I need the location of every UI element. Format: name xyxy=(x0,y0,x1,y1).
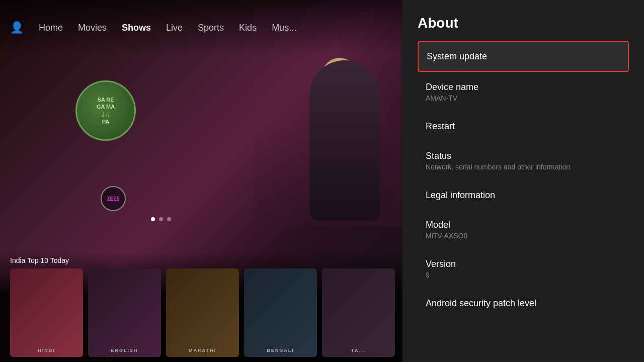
content-row: India Top 10 Today HINDI ENGLISH MARATHI… xyxy=(0,251,405,362)
menu-item-status[interactable]: Status Network, serial numbers and other… xyxy=(418,142,629,180)
zee5-label: ZEE5 xyxy=(107,196,119,202)
zee5-badge: ZEE5 xyxy=(101,186,126,211)
system-update-label: System update xyxy=(427,51,620,62)
menu-item-system-update[interactable]: System update xyxy=(418,41,629,72)
panel-title: About xyxy=(418,15,629,31)
logo-note-icon: ♩♫ xyxy=(101,110,110,118)
version-label: Version xyxy=(426,259,621,269)
thumb-bengali-label: BENGALI xyxy=(267,348,294,357)
menu-item-legal[interactable]: Legal information xyxy=(418,181,629,210)
thumb-hindi[interactable]: HINDI xyxy=(10,268,83,357)
menu-item-android-security[interactable]: Android security patch level xyxy=(418,289,629,318)
person-image xyxy=(254,55,405,226)
thumb-marathi-bg xyxy=(166,268,239,357)
model-label: Model xyxy=(426,220,621,230)
thumb-hindi-label: HINDI xyxy=(38,348,55,357)
legal-label: Legal information xyxy=(426,190,621,201)
nav-movies[interactable]: Movies xyxy=(78,23,107,33)
user-icon[interactable]: 👤 xyxy=(10,21,24,34)
restart-label: Restart xyxy=(426,121,621,132)
dot-1 xyxy=(151,217,155,221)
model-value: MiTV-AXSO0 xyxy=(426,232,621,240)
nav-kids[interactable]: Kids xyxy=(239,23,257,33)
thumb-marathi[interactable]: MARATHI xyxy=(166,268,239,357)
thumb-hindi-bg xyxy=(10,268,83,357)
nav-shows[interactable]: Shows xyxy=(122,23,151,33)
status-label: Status xyxy=(426,151,621,161)
version-value: 9 xyxy=(426,271,621,279)
status-subtitle: Network, serial numbers and other inform… xyxy=(426,163,621,171)
thumb-english[interactable]: ENGLISH xyxy=(88,268,161,357)
menu-item-version[interactable]: Version 9 xyxy=(418,250,629,288)
section-title: India Top 10 Today xyxy=(10,256,395,264)
logo-text-line1: SA RE xyxy=(97,96,114,103)
nav-home[interactable]: Home xyxy=(39,23,63,33)
person-body xyxy=(309,60,380,221)
device-name-value: AMAN-TV xyxy=(426,94,621,102)
thumb-english-label: ENGLISH xyxy=(111,348,138,357)
thumb-ta[interactable]: TA... xyxy=(322,268,395,357)
top-navigation: 👤 Home Movies Shows Live Sports Kids Mus… xyxy=(0,0,405,55)
about-panel: About System update Device name AMAN-TV … xyxy=(403,0,644,362)
nav-live[interactable]: Live xyxy=(166,23,183,33)
nav-music[interactable]: Mus... xyxy=(272,23,296,33)
device-name-label: Device name xyxy=(426,82,621,93)
show-logo: SA RE GA MA ♩♫ PA xyxy=(75,80,136,141)
thumb-marathi-label: MARATHI xyxy=(189,348,216,357)
background-content: 👤 Home Movies Shows Live Sports Kids Mus… xyxy=(0,0,405,362)
dot-3 xyxy=(167,217,171,221)
logo-text-line3: PA xyxy=(102,118,109,125)
carousel-dots xyxy=(151,217,171,221)
dot-2 xyxy=(159,217,163,221)
thumb-bengali-bg xyxy=(244,268,317,357)
menu-item-restart[interactable]: Restart xyxy=(418,112,629,141)
thumb-ta-bg xyxy=(322,268,395,357)
menu-item-device-name[interactable]: Device name AMAN-TV xyxy=(418,73,629,111)
thumb-english-bg xyxy=(88,268,161,357)
logo-text-line2: GA MA xyxy=(97,103,115,110)
hero-banner: SA RE GA MA ♩♫ PA ZEE5 xyxy=(0,55,405,226)
android-security-label: Android security patch level xyxy=(426,298,621,309)
thumb-ta-label: TA... xyxy=(351,348,366,357)
thumb-bengali[interactable]: BENGALI xyxy=(244,268,317,357)
nav-sports[interactable]: Sports xyxy=(198,23,224,33)
thumbnails-list: HINDI ENGLISH MARATHI BENGALI TA... xyxy=(10,268,395,357)
menu-item-model[interactable]: Model MiTV-AXSO0 xyxy=(418,211,629,249)
